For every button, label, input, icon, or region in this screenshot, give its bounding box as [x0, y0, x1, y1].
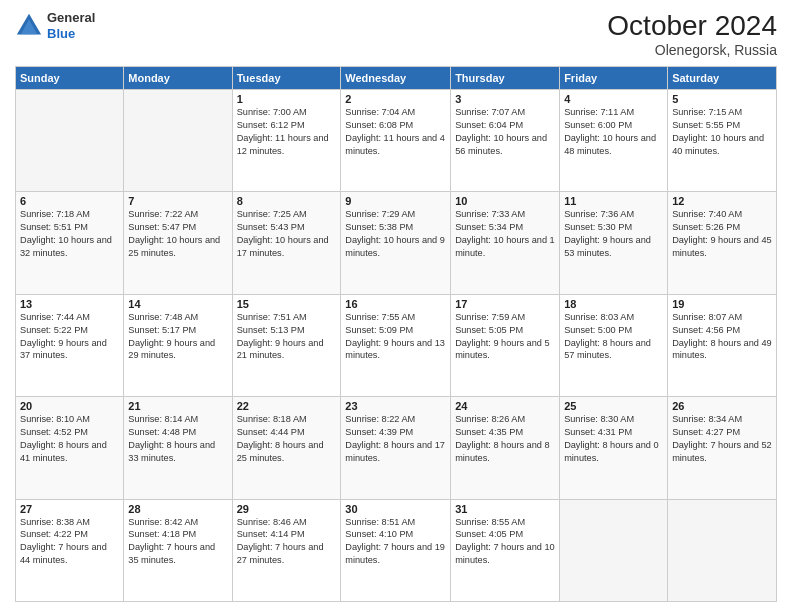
- day-info: Sunrise: 7:40 AMSunset: 5:26 PMDaylight:…: [672, 208, 772, 260]
- day-number: 13: [20, 298, 119, 310]
- calendar-cell: 16Sunrise: 7:55 AMSunset: 5:09 PMDayligh…: [341, 294, 451, 396]
- calendar-cell: [124, 90, 232, 192]
- calendar-cell: 23Sunrise: 8:22 AMSunset: 4:39 PMDayligh…: [341, 397, 451, 499]
- day-info: Sunrise: 8:14 AMSunset: 4:48 PMDaylight:…: [128, 413, 227, 465]
- calendar-cell: 2Sunrise: 7:04 AMSunset: 6:08 PMDaylight…: [341, 90, 451, 192]
- calendar-cell: 27Sunrise: 8:38 AMSunset: 4:22 PMDayligh…: [16, 499, 124, 601]
- weekday-header: Tuesday: [232, 67, 341, 90]
- weekday-header: Wednesday: [341, 67, 451, 90]
- day-number: 18: [564, 298, 663, 310]
- day-number: 19: [672, 298, 772, 310]
- calendar-cell: 13Sunrise: 7:44 AMSunset: 5:22 PMDayligh…: [16, 294, 124, 396]
- day-number: 24: [455, 400, 555, 412]
- calendar-cell: 1Sunrise: 7:00 AMSunset: 6:12 PMDaylight…: [232, 90, 341, 192]
- day-info: Sunrise: 7:59 AMSunset: 5:05 PMDaylight:…: [455, 311, 555, 363]
- day-number: 16: [345, 298, 446, 310]
- calendar-cell: 25Sunrise: 8:30 AMSunset: 4:31 PMDayligh…: [560, 397, 668, 499]
- weekday-header: Thursday: [451, 67, 560, 90]
- calendar-cell: 6Sunrise: 7:18 AMSunset: 5:51 PMDaylight…: [16, 192, 124, 294]
- calendar-cell: 3Sunrise: 7:07 AMSunset: 6:04 PMDaylight…: [451, 90, 560, 192]
- calendar-cell: 19Sunrise: 8:07 AMSunset: 4:56 PMDayligh…: [668, 294, 777, 396]
- day-info: Sunrise: 7:22 AMSunset: 5:47 PMDaylight:…: [128, 208, 227, 260]
- calendar-cell: 29Sunrise: 8:46 AMSunset: 4:14 PMDayligh…: [232, 499, 341, 601]
- day-number: 6: [20, 195, 119, 207]
- calendar-cell: 4Sunrise: 7:11 AMSunset: 6:00 PMDaylight…: [560, 90, 668, 192]
- day-number: 31: [455, 503, 555, 515]
- day-number: 3: [455, 93, 555, 105]
- logo: General Blue: [15, 10, 95, 41]
- day-number: 17: [455, 298, 555, 310]
- weekday-header: Friday: [560, 67, 668, 90]
- day-number: 25: [564, 400, 663, 412]
- calendar-cell: 15Sunrise: 7:51 AMSunset: 5:13 PMDayligh…: [232, 294, 341, 396]
- title-area: October 2024 Olenegorsk, Russia: [607, 10, 777, 58]
- day-info: Sunrise: 7:00 AMSunset: 6:12 PMDaylight:…: [237, 106, 337, 158]
- day-info: Sunrise: 8:55 AMSunset: 4:05 PMDaylight:…: [455, 516, 555, 568]
- calendar-table: SundayMondayTuesdayWednesdayThursdayFrid…: [15, 66, 777, 602]
- calendar-cell: 12Sunrise: 7:40 AMSunset: 5:26 PMDayligh…: [668, 192, 777, 294]
- calendar-cell: [16, 90, 124, 192]
- day-number: 9: [345, 195, 446, 207]
- day-number: 29: [237, 503, 337, 515]
- day-number: 5: [672, 93, 772, 105]
- day-info: Sunrise: 8:30 AMSunset: 4:31 PMDaylight:…: [564, 413, 663, 465]
- day-info: Sunrise: 7:51 AMSunset: 5:13 PMDaylight:…: [237, 311, 337, 363]
- day-number: 14: [128, 298, 227, 310]
- day-number: 26: [672, 400, 772, 412]
- logo-icon: [15, 12, 43, 40]
- day-info: Sunrise: 8:38 AMSunset: 4:22 PMDaylight:…: [20, 516, 119, 568]
- calendar-cell: 8Sunrise: 7:25 AMSunset: 5:43 PMDaylight…: [232, 192, 341, 294]
- calendar-cell: [560, 499, 668, 601]
- weekday-header: Saturday: [668, 67, 777, 90]
- day-info: Sunrise: 8:03 AMSunset: 5:00 PMDaylight:…: [564, 311, 663, 363]
- week-row: 13Sunrise: 7:44 AMSunset: 5:22 PMDayligh…: [16, 294, 777, 396]
- calendar-cell: 18Sunrise: 8:03 AMSunset: 5:00 PMDayligh…: [560, 294, 668, 396]
- calendar-cell: 30Sunrise: 8:51 AMSunset: 4:10 PMDayligh…: [341, 499, 451, 601]
- day-number: 8: [237, 195, 337, 207]
- day-number: 21: [128, 400, 227, 412]
- month-title: October 2024: [607, 10, 777, 42]
- day-number: 7: [128, 195, 227, 207]
- logo-text: General Blue: [47, 10, 95, 41]
- day-number: 22: [237, 400, 337, 412]
- day-number: 4: [564, 93, 663, 105]
- calendar-cell: 31Sunrise: 8:55 AMSunset: 4:05 PMDayligh…: [451, 499, 560, 601]
- day-info: Sunrise: 8:42 AMSunset: 4:18 PMDaylight:…: [128, 516, 227, 568]
- weekday-header: Monday: [124, 67, 232, 90]
- day-info: Sunrise: 8:26 AMSunset: 4:35 PMDaylight:…: [455, 413, 555, 465]
- calendar-cell: 24Sunrise: 8:26 AMSunset: 4:35 PMDayligh…: [451, 397, 560, 499]
- day-info: Sunrise: 8:51 AMSunset: 4:10 PMDaylight:…: [345, 516, 446, 568]
- weekday-header-row: SundayMondayTuesdayWednesdayThursdayFrid…: [16, 67, 777, 90]
- calendar-cell: 21Sunrise: 8:14 AMSunset: 4:48 PMDayligh…: [124, 397, 232, 499]
- day-number: 11: [564, 195, 663, 207]
- week-row: 6Sunrise: 7:18 AMSunset: 5:51 PMDaylight…: [16, 192, 777, 294]
- calendar-cell: [668, 499, 777, 601]
- day-info: Sunrise: 7:18 AMSunset: 5:51 PMDaylight:…: [20, 208, 119, 260]
- calendar-cell: 22Sunrise: 8:18 AMSunset: 4:44 PMDayligh…: [232, 397, 341, 499]
- day-number: 27: [20, 503, 119, 515]
- calendar-cell: 7Sunrise: 7:22 AMSunset: 5:47 PMDaylight…: [124, 192, 232, 294]
- page: General Blue October 2024 Olenegorsk, Ru…: [0, 0, 792, 612]
- day-info: Sunrise: 8:18 AMSunset: 4:44 PMDaylight:…: [237, 413, 337, 465]
- location: Olenegorsk, Russia: [607, 42, 777, 58]
- week-row: 1Sunrise: 7:00 AMSunset: 6:12 PMDaylight…: [16, 90, 777, 192]
- day-info: Sunrise: 7:15 AMSunset: 5:55 PMDaylight:…: [672, 106, 772, 158]
- day-info: Sunrise: 7:11 AMSunset: 6:00 PMDaylight:…: [564, 106, 663, 158]
- day-number: 23: [345, 400, 446, 412]
- day-info: Sunrise: 7:36 AMSunset: 5:30 PMDaylight:…: [564, 208, 663, 260]
- calendar-cell: 17Sunrise: 7:59 AMSunset: 5:05 PMDayligh…: [451, 294, 560, 396]
- day-number: 10: [455, 195, 555, 207]
- week-row: 20Sunrise: 8:10 AMSunset: 4:52 PMDayligh…: [16, 397, 777, 499]
- calendar-cell: 20Sunrise: 8:10 AMSunset: 4:52 PMDayligh…: [16, 397, 124, 499]
- day-number: 12: [672, 195, 772, 207]
- day-number: 1: [237, 93, 337, 105]
- calendar-cell: 26Sunrise: 8:34 AMSunset: 4:27 PMDayligh…: [668, 397, 777, 499]
- day-info: Sunrise: 7:44 AMSunset: 5:22 PMDaylight:…: [20, 311, 119, 363]
- calendar-cell: 9Sunrise: 7:29 AMSunset: 5:38 PMDaylight…: [341, 192, 451, 294]
- day-number: 30: [345, 503, 446, 515]
- day-info: Sunrise: 7:33 AMSunset: 5:34 PMDaylight:…: [455, 208, 555, 260]
- day-info: Sunrise: 7:04 AMSunset: 6:08 PMDaylight:…: [345, 106, 446, 158]
- day-info: Sunrise: 7:29 AMSunset: 5:38 PMDaylight:…: [345, 208, 446, 260]
- calendar-cell: 5Sunrise: 7:15 AMSunset: 5:55 PMDaylight…: [668, 90, 777, 192]
- logo-blue: Blue: [47, 26, 95, 42]
